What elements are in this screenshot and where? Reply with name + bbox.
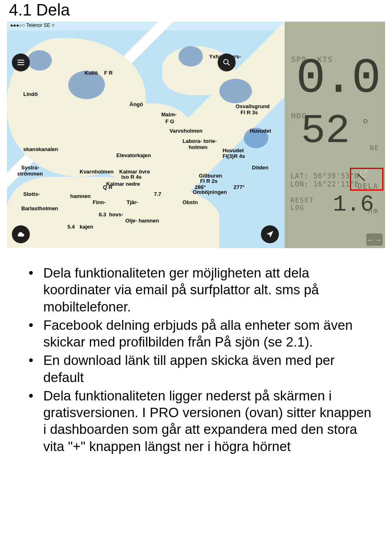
longitude-value: LON: 16°22'11"E [290,180,359,188]
chart-label: Varvsholmen [169,128,203,134]
chart-label: 5.4 [67,224,75,230]
speed-value: 0.0 [296,51,379,107]
expand-button[interactable]: – – [366,233,383,246]
chart-label: Finn- [93,199,106,205]
cloud-button[interactable] [12,225,30,243]
bullet-list: Dela funktionaliteten ger möjligheten at… [0,252,392,455]
chart-label: F G [165,118,174,124]
chart-label: Systra- [21,164,39,171]
chart-label: Fl R 3s [241,109,258,116]
menu-button[interactable] [12,53,30,71]
chart-label: 7.7 [154,191,161,197]
chart-label: Obstn [183,199,198,205]
heading-degree: ° [361,116,370,133]
dashboard-panel: SPD. KTS 0.0 HDG 52 ° NE LAT: 56°39'53"N… [285,22,385,248]
chart-label: 277° [234,184,245,190]
chart-label: strömmen [17,171,43,177]
chart-label: Döden [252,164,268,171]
chart-label: hamnen [70,193,91,199]
chart-label: Kalmar nedre [106,181,140,187]
bullet-item: Dela funktionaliteten ger möjligheten at… [28,264,372,315]
log-unit: nm [368,206,379,215]
chart-label: Huvudet [223,147,244,153]
chart-label: F R [104,70,113,76]
chart-label: Fl(3)R 4s [223,153,245,159]
share-label: DELA [358,182,379,190]
recenter-button[interactable] [261,225,279,243]
heading-direction: NE [370,144,379,152]
chart-label: Osvallsgrund [236,103,270,109]
chart-label: Lindö [23,91,38,97]
location-arrow-icon [265,230,274,239]
chart-label: hovs- [109,211,123,218]
chart-label: Barlastholmen [21,205,58,211]
reset-label[interactable]: RESET [290,196,314,204]
chart-label: Fl R 2s [200,178,218,184]
svg-point-0 [224,60,228,64]
chart-label: Slotts- [23,191,40,197]
chart-label: kajen [80,224,93,230]
chart-label: Tjär- [127,199,138,205]
latitude-value: LAT: 56°39'53"N [290,172,359,180]
log-label: LOG [290,204,305,211]
bullet-item: Facebook delning erbjuds på alla enheter… [28,317,372,351]
chart-label: Huvudet [250,128,271,134]
chart-label: Elevatorkajen [116,152,151,158]
water-spot [178,46,203,67]
chart-label: Omböjningen [193,189,227,195]
water-spot [27,50,52,71]
cloud-icon [16,230,25,239]
section-heading: 4.1 Dela [0,0,392,22]
nautical-chart[interactable]: LindöKullöF RÄngöMalm-F GYxhammars-Varvs… [7,22,285,248]
app-screenshot: LindöKullöF RÄngöMalm-F GYxhammars-Varvs… [7,22,385,248]
search-button[interactable] [218,53,236,71]
bullet-item: Dela funktionaliteten ligger nederst på … [28,387,372,455]
chart-label: Olje- hamnen [125,218,159,224]
chart-label: 6.3 [99,211,106,218]
heading-value: 52 [301,108,350,154]
chart-label: Kvarnholmen [80,169,114,175]
chart-label: Kullö [85,70,98,76]
menu-icon [16,58,25,67]
chart-label: holmen [189,144,207,150]
chart-label: Ängö [129,101,143,107]
chart-label: skanskanalen [23,146,58,152]
water-spot [219,79,252,103]
search-icon [222,58,231,67]
carrier-label: ●●●○○ Telenor SE ᯤ [10,22,56,30]
chart-label: Malm- [161,111,177,118]
chart-label: Iso R 4s [121,174,142,180]
bullet-item: En download länk till appen skicka även … [28,352,372,386]
chart-label: Labora- torie- [183,138,217,144]
